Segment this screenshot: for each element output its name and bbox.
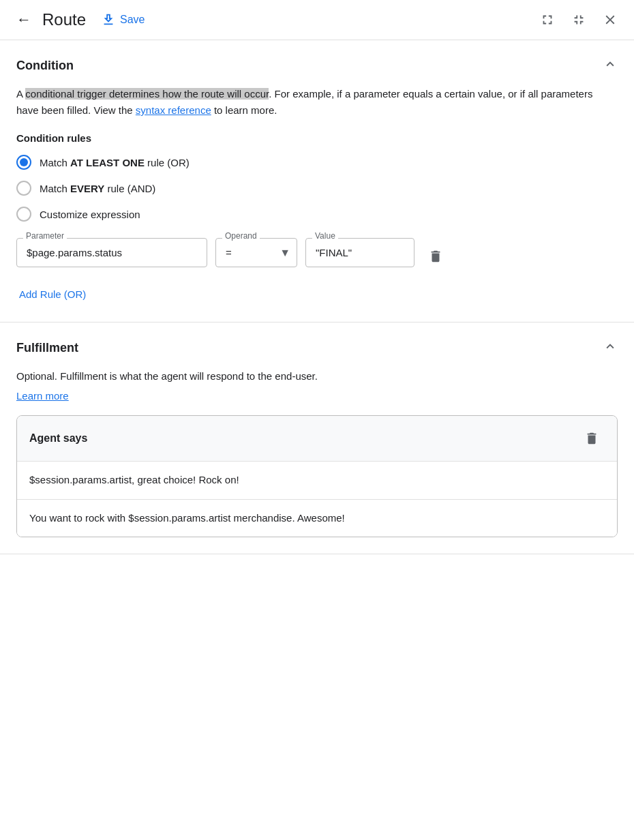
chevron-up-icon (603, 339, 618, 354)
condition-collapse-button[interactable] (603, 57, 618, 75)
fulfillment-description: Optional. Fulfillment is what the agent … (16, 368, 618, 385)
header-left: ← Route Save (14, 8, 537, 31)
radio-custom-label: Customize expression (40, 209, 140, 220)
parameter-label: Parameter (23, 231, 67, 241)
delete-rule-button[interactable] (423, 243, 449, 269)
expand-icon (540, 12, 555, 27)
agent-card-title: Agent says (29, 432, 87, 445)
save-label: Save (120, 14, 145, 26)
radio-and[interactable]: Match EVERY rule (AND) (16, 181, 618, 196)
radio-or[interactable]: Match AT LEAST ONE rule (OR) (16, 155, 618, 170)
description-highlight: conditional trigger determines how the r… (25, 88, 269, 100)
fulfillment-collapse-button[interactable] (603, 339, 618, 357)
operand-field-group: Operand = != < > ▼ (215, 238, 297, 269)
condition-title: Condition (16, 59, 74, 73)
header: ← Route Save (0, 0, 634, 40)
parameter-field-group: Parameter (16, 238, 207, 269)
learn-more-link[interactable]: Learn more (16, 390, 69, 402)
rule-row: Parameter Operand = != < > ▼ Value (16, 238, 618, 269)
close-button[interactable] (600, 10, 620, 30)
save-button[interactable]: Save (94, 8, 151, 31)
operand-label: Operand (222, 231, 260, 241)
operand-select[interactable]: = != < > (215, 238, 297, 267)
fulfillment-section: Fulfillment Optional. Fulfillment is wha… (0, 322, 634, 554)
fulfillment-title: Fulfillment (16, 341, 78, 355)
condition-rules-label: Condition rules (16, 132, 618, 144)
expand-button[interactable] (537, 10, 558, 30)
scroll-container: Condition A conditional trigger determin… (0, 40, 634, 832)
value-input[interactable] (305, 238, 414, 267)
fulfillment-section-header: Fulfillment (16, 339, 618, 357)
syntax-reference-link[interactable]: syntax reference (136, 104, 211, 116)
radio-and-label: Match EVERY rule (AND) (40, 183, 155, 194)
back-icon: ← (16, 11, 31, 29)
agent-card-header: Agent says (17, 416, 617, 462)
condition-description: A conditional trigger determines how the… (16, 86, 603, 119)
back-button[interactable]: ← (14, 8, 34, 31)
delete-agent-card-button[interactable] (579, 425, 605, 451)
radio-group: Match AT LEAST ONE rule (OR) Match EVERY… (16, 155, 618, 222)
radio-custom[interactable]: Customize expression (16, 207, 618, 222)
parameter-input[interactable] (16, 238, 207, 267)
close-icon (603, 12, 618, 27)
trash-icon (584, 431, 599, 446)
compress-icon (571, 12, 586, 27)
chevron-up-icon (603, 57, 618, 72)
operand-select-wrapper: = != < > ▼ (215, 238, 297, 267)
agent-response-2: You want to rock with $session.params.ar… (17, 500, 617, 537)
add-rule-button[interactable]: Add Rule (OR) (16, 283, 89, 305)
radio-custom-circle (16, 207, 31, 222)
agent-card-body: $session.params.artist, great choice! Ro… (17, 462, 617, 537)
radio-and-circle (16, 181, 31, 196)
value-field-group: Value (305, 238, 414, 269)
compress-button[interactable] (569, 10, 589, 30)
condition-section-header: Condition (16, 57, 618, 75)
save-icon (101, 12, 116, 27)
radio-or-circle (16, 155, 31, 170)
agent-card: Agent says $session.params.artist, great… (16, 415, 618, 537)
radio-or-label: Match AT LEAST ONE rule (OR) (40, 157, 190, 168)
condition-section: Condition A conditional trigger determin… (0, 40, 634, 322)
value-label: Value (312, 231, 338, 241)
page-title: Route (42, 10, 86, 29)
header-right (537, 10, 620, 30)
agent-response-1: $session.params.artist, great choice! Ro… (17, 462, 617, 500)
trash-icon (428, 249, 443, 264)
